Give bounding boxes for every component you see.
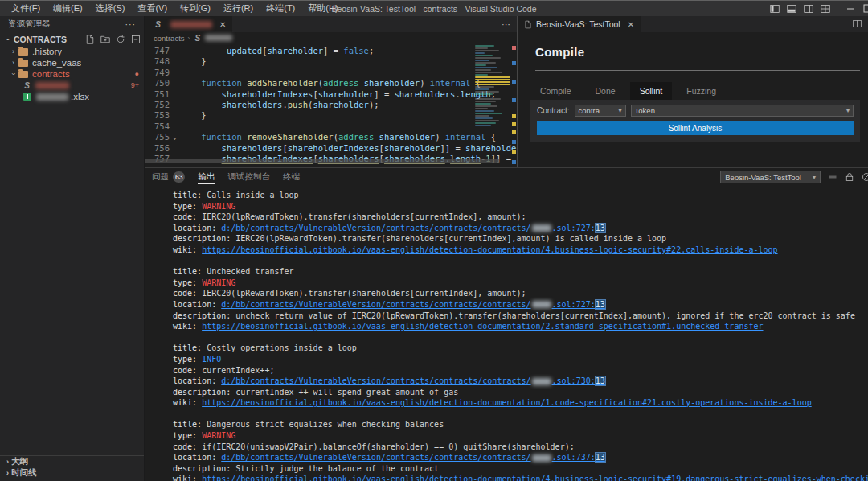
maximize-icon[interactable] xyxy=(863,4,868,13)
code-line[interactable]: 753 } xyxy=(145,110,517,121)
clear-output-icon[interactable] xyxy=(862,172,868,182)
code-line[interactable]: 751 shareholderIndexes[shareholder] = sh… xyxy=(145,89,517,100)
close-tab-icon[interactable]: ✕ xyxy=(628,20,634,29)
split-editor-icon[interactable] xyxy=(853,19,862,30)
panel-tab[interactable]: 终端 xyxy=(283,168,300,186)
location-link[interactable]: d:/bb/contracts/VulnerableVersion/contra… xyxy=(221,453,605,462)
tree-item-history[interactable]: ›.history xyxy=(0,46,144,57)
token-select-value: Token xyxy=(635,106,655,115)
location-link[interactable]: d:/bb/contracts/VulnerableVersion/contra… xyxy=(221,300,605,309)
vaas-editor-tab[interactable]: Beosin-VaaS: TestTool ✕ xyxy=(518,16,641,32)
editor-more-actions-icon[interactable]: ··· xyxy=(502,19,510,29)
sollint-analysis-button[interactable]: Sollint Analysis xyxy=(537,121,854,135)
explorer-more-actions-icon[interactable]: ··· xyxy=(125,19,137,29)
code-text: } xyxy=(181,110,207,121)
menu-item[interactable]: 帮助(H) xyxy=(301,1,344,16)
editor-tab-bar: S ✕ ··· xyxy=(145,16,517,32)
menu-item[interactable]: 转到(G) xyxy=(174,1,217,16)
menu-item[interactable]: 终端(T) xyxy=(260,1,301,16)
wiki-link[interactable]: https://beosinofficial.gitbook.io/vaas-e… xyxy=(202,475,868,481)
code-line[interactable]: 747 _updated[shareholder] = false; xyxy=(145,46,517,56)
code-line[interactable]: 754 xyxy=(145,121,517,132)
vaas-tab-sollint[interactable]: Sollint xyxy=(630,82,673,100)
contract-select[interactable]: contra... ▾ xyxy=(575,105,626,117)
menu-item[interactable]: 运行(R) xyxy=(217,1,260,16)
field-key: wiki: xyxy=(173,245,202,254)
refresh-explorer-icon[interactable] xyxy=(116,35,125,44)
menu-item[interactable]: 选择(S) xyxy=(89,1,132,16)
code-text: } xyxy=(181,56,207,67)
toggle-sidebar-icon[interactable] xyxy=(770,4,780,14)
breadcrumb-folder[interactable]: contracts xyxy=(154,34,185,43)
timeline-section[interactable]: › 时间线 xyxy=(0,467,144,478)
divider xyxy=(535,70,860,71)
panel-tab[interactable]: 输出 xyxy=(198,168,215,186)
code-line[interactable]: 748 } xyxy=(145,56,517,67)
customize-layout-icon[interactable] xyxy=(821,4,830,14)
token-select[interactable]: Token ▾ xyxy=(631,105,854,117)
code-line[interactable]: 756 shareholders[shareholderIndexes[shar… xyxy=(145,143,517,154)
new-folder-icon[interactable] xyxy=(100,35,110,44)
solidity-file-icon: S xyxy=(193,34,202,43)
location-link[interactable]: d:/bb/contracts/VulnerableVersion/contra… xyxy=(221,224,605,232)
finding-location: location: d:/bb/contracts/VulnerableVers… xyxy=(173,299,868,310)
lock-scrolling-icon[interactable] xyxy=(845,172,854,182)
window-controls xyxy=(770,4,868,14)
collapse-folders-icon[interactable] xyxy=(131,35,141,44)
finding-title: title: Unchecked transfer xyxy=(173,266,868,278)
code-editor[interactable]: 747 _updated[shareholder] = false;748 }7… xyxy=(145,43,517,164)
contract-form: Contract: contra... ▾ Token ▾ Sollint An… xyxy=(530,100,860,142)
bottom-panel: 问题63输出调试控制台终端 Beosin-VaaS: TestTool ▾ ti… xyxy=(145,167,868,481)
vaas-tab-done[interactable]: Done xyxy=(586,82,625,100)
location-link[interactable]: d:/bb/contracts/VulnerableVersion/contra… xyxy=(221,376,605,385)
wiki-link[interactable]: https://beosinofficial.gitbook.io/vaas-e… xyxy=(202,322,763,331)
toggle-secondary-sidebar-icon[interactable] xyxy=(804,4,813,14)
tree-item-xlsx[interactable]: .xlsx xyxy=(0,91,144,102)
tree-item-cache_vaas[interactable]: ›cache_vaas xyxy=(0,57,144,68)
toggle-panel-icon[interactable] xyxy=(787,4,796,14)
minimap[interactable] xyxy=(475,45,510,167)
solidity-file-icon: S xyxy=(154,20,162,29)
finding-code: code: IERC20(lpRewardToken).transfer(sha… xyxy=(173,212,868,223)
code-line[interactable]: 750 function addShareholder(address shar… xyxy=(145,78,517,88)
finding-description: description: uncheck return value of IER… xyxy=(173,310,868,322)
wiki-link[interactable]: https://beosinofficial.gitbook.io/vaas-e… xyxy=(202,398,812,407)
code-line[interactable]: 755⌄ function removeShareholder(address … xyxy=(145,132,517,142)
minimize-icon[interactable] xyxy=(846,4,855,13)
output-filter-icon[interactable] xyxy=(828,172,837,182)
finding-type-value: WARNING xyxy=(202,278,235,287)
finding-description: description: Strictly judge the balance … xyxy=(173,463,868,475)
editor-tab-sol-file[interactable]: S ✕ xyxy=(145,16,233,32)
line-number: 748 xyxy=(145,56,173,67)
menu-item[interactable]: 文件(F) xyxy=(5,1,47,16)
output-content[interactable]: title: Calls inside a looptype: WARNINGc… xyxy=(145,186,868,481)
editor-group-code: S ✕ ··· contracts › S 747 _updated[share… xyxy=(145,16,518,167)
code-text: function addShareholder(address sharehol… xyxy=(181,78,481,88)
breadcrumb[interactable]: contracts › S xyxy=(145,32,517,43)
code-text: shareholderIndexes[shareholder] = shareh… xyxy=(181,89,496,100)
menu-item[interactable]: 查看(V) xyxy=(131,1,174,16)
horizontal-scrollbar[interactable] xyxy=(145,159,499,163)
fold-gutter xyxy=(173,89,181,100)
vaas-tab-compile[interactable]: Compile xyxy=(530,82,581,100)
wiki-link[interactable]: https://beosinofficial.gitbook.io/vaas-e… xyxy=(202,245,777,254)
chevron-right-icon: › xyxy=(10,47,17,56)
chevron-right-icon: › xyxy=(10,59,17,67)
finding-location: location: d:/bb/contracts/VulnerableVers… xyxy=(173,223,868,234)
panel-tab[interactable]: 问题63 xyxy=(152,168,185,186)
close-tab-icon[interactable]: ✕ xyxy=(219,20,226,29)
git-status-badge: 9+ xyxy=(131,81,139,89)
new-file-icon[interactable] xyxy=(85,35,95,44)
tree-item-sol[interactable]: S9+ xyxy=(0,80,144,91)
panel-tab[interactable]: 调试控制台 xyxy=(227,168,270,186)
code-line[interactable]: 752 shareholders.push(shareholder); xyxy=(145,100,517,110)
vaas-tab-fuzzing[interactable]: Fuzzing xyxy=(677,82,726,100)
field-key: code: xyxy=(173,366,202,375)
code-line[interactable]: 749 xyxy=(145,68,517,78)
menu-item[interactable]: 编辑(E) xyxy=(47,1,89,16)
workspace-root-row[interactable]: › CONTRACTS xyxy=(0,32,144,46)
tree-item-contracts[interactable]: ›contracts● xyxy=(0,68,144,80)
outline-section[interactable]: › 大纲 xyxy=(0,455,144,467)
output-channel-select[interactable]: Beosin-VaaS: TestTool ▾ xyxy=(720,171,821,183)
field-key: type: xyxy=(173,278,202,287)
